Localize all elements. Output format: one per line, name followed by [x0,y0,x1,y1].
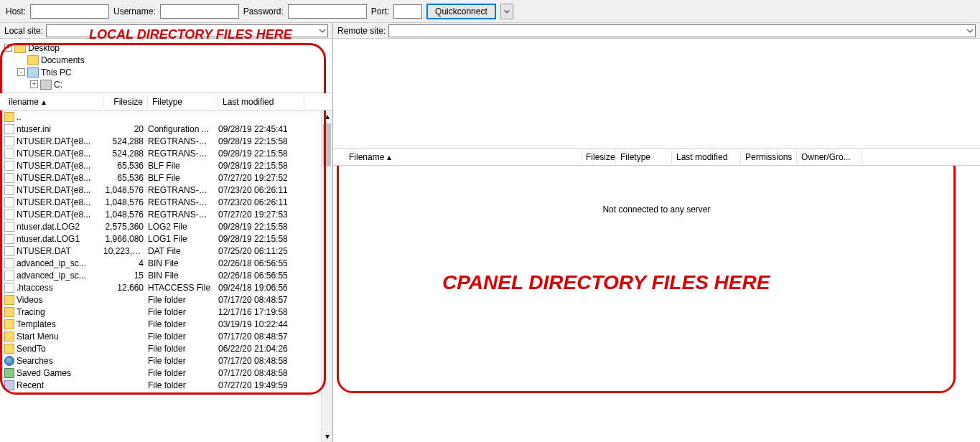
col-permissions[interactable]: Permissions [741,151,797,164]
file-row[interactable]: NTUSER.DAT{e8...524,288REGTRANS-MS...09/… [0,135,332,147]
folder-icon [4,319,14,329]
col-filename[interactable]: Filename▴ [345,151,582,164]
tree-expander[interactable]: - [4,44,12,52]
remote-columns-header[interactable]: Filename▴ Filesize Filetype Last modifie… [333,149,980,166]
col-filetype[interactable]: Filetype [148,95,218,108]
col-lastmod[interactable]: Last modified [672,151,741,164]
tree-item[interactable]: -Desktop [4,42,328,54]
file-type: File folder [148,319,218,329]
tree-item[interactable]: -This PC [4,66,328,78]
file-row[interactable]: advanced_ip_sc...15BIN File02/26/18 06:5… [0,269,332,281]
col-owner[interactable]: Owner/Gro... [797,151,862,164]
local-columns-header[interactable]: ilename▴ Filesize Filetype Last modified [0,93,332,110]
quickconnect-button[interactable]: Quickconnect [426,4,496,19]
file-row[interactable]: .. [0,110,332,123]
file-type: File folder [148,368,218,378]
scroll-thumb[interactable] [323,123,331,166]
username-label: Username: [113,6,156,17]
file-lastmod: 02/26/18 06:56:55 [218,258,304,268]
file-size: 1,048,576 [103,185,148,195]
file-row[interactable]: SendToFile folder06/22/20 21:04:26 [0,342,332,354]
file-row[interactable]: Start MenuFile folder07/17/20 08:48:57 [0,330,332,342]
file-size: 4 [103,258,148,268]
file-size: 2,575,360 [103,222,148,232]
file-name: .htaccess [17,283,53,293]
file-row[interactable]: SearchesFile folder07/17/20 08:48:58 [0,354,332,367]
password-label: Password: [243,6,284,17]
file-row[interactable]: NTUSER.DAT{e8...65,536BLF File07/27/20 1… [0,171,332,184]
file-icon [4,197,14,207]
username-input[interactable] [160,4,239,19]
folder-icon [27,55,39,65]
file-row[interactable]: NTUSER.DAT{e8...524,288REGTRANS-MS...09/… [0,147,332,159]
scroll-down-icon[interactable]: ▾ [322,431,332,442]
file-row[interactable]: ntuser.dat.LOG11,966,080LOG1 File09/28/1… [0,232,332,245]
file-type: REGTRANS-MS... [148,185,218,195]
file-row[interactable]: NTUSER.DAT{e8...65,536BLF File09/28/19 2… [0,159,332,171]
file-row[interactable]: TemplatesFile folder03/19/19 10:22:44 [0,318,332,330]
file-row[interactable]: TracingFile folder12/17/16 17:19:58 [0,306,332,318]
file-size: 65,536 [103,161,148,171]
file-lastmod: 09/28/19 22:15:58 [218,149,304,159]
password-input[interactable] [288,4,367,19]
file-name: ntuser.dat.LOG2 [17,222,80,232]
file-icon [4,271,14,281]
col-filesize[interactable]: Filesize [582,151,616,164]
file-lastmod: 07/17/20 08:48:58 [218,356,304,366]
file-icon [4,234,14,244]
file-icon [4,246,14,256]
col-filesize[interactable]: Filesize [103,95,148,108]
file-row[interactable]: NTUSER.DAT{e8...1,048,576REGTRANS-MS...0… [0,208,332,220]
port-input[interactable] [393,4,422,19]
file-row[interactable]: ntuser.ini20Configuration ...09/28/19 22… [0,123,332,135]
file-type: DAT File [148,246,218,256]
local-tree[interactable]: -DesktopDocuments-This PC+C: [0,39,332,93]
file-lastmod: 09/24/18 19:06:56 [218,283,304,293]
tree-expander[interactable]: - [17,68,25,76]
file-row[interactable]: .htaccess12,660HTACCESS File09/24/18 19:… [0,281,332,293]
file-name: Saved Games [17,368,71,378]
file-type: File folder [148,380,218,390]
file-size: 1,966,080 [103,234,148,244]
file-row[interactable]: NTUSER.DAT10,223,616DAT File07/25/20 06:… [0,245,332,257]
file-lastmod: 07/27/20 19:27:53 [218,210,304,220]
local-file-list[interactable]: ..ntuser.ini20Configuration ...09/28/19 … [0,110,332,442]
file-type: BLF File [148,173,218,183]
col-filename[interactable]: ilename▴ [4,95,103,108]
file-type: File folder [148,356,218,366]
local-site-combo[interactable] [46,24,328,37]
file-name: Searches [17,356,53,366]
file-row[interactable]: NTUSER.DAT{e8...1,048,576REGTRANS-MS...0… [0,184,332,196]
quickconnect-dropdown-button[interactable] [500,4,513,19]
file-row[interactable]: Saved GamesFile folder07/17/20 08:48:58 [0,367,332,379]
tree-item[interactable]: +C: [4,78,328,90]
host-input[interactable] [30,4,109,19]
col-filetype[interactable]: Filetype [616,151,672,164]
scrollbar[interactable]: ▴ ▾ [321,110,332,442]
file-row[interactable]: RecentFile folder07/27/20 19:49:59 [0,379,332,391]
sort-icon: ▴ [42,97,46,107]
file-row[interactable]: advanced_ip_sc...4BIN File02/26/18 06:56… [0,257,332,269]
scroll-up-icon[interactable]: ▴ [322,110,332,122]
file-lastmod: 07/25/20 06:11:25 [218,246,304,256]
file-row[interactable]: ntuser.dat.LOG22,575,360LOG2 File09/28/1… [0,220,332,232]
file-row[interactable]: NTUSER.DAT{e8...1,048,576REGTRANS-MS...0… [0,196,332,208]
file-type: LOG1 File [148,234,218,244]
file-icon [4,283,14,293]
remote-tree[interactable] [333,39,980,149]
folder-icon [4,295,14,305]
file-icon [4,222,14,232]
remote-file-list[interactable]: Not connected to any server [333,166,980,442]
col-lastmod[interactable]: Last modified [218,95,304,108]
tree-expander[interactable]: + [30,80,38,88]
file-name: NTUSER.DAT{e8... [17,210,90,220]
tree-label: Documents [41,55,85,65]
remote-site-combo[interactable] [388,24,976,37]
chevron-down-icon [319,27,326,34]
tree-item[interactable]: Documents [4,54,328,66]
disk-icon [40,80,52,90]
file-name: .. [17,112,22,122]
file-row[interactable]: VideosFile folder07/17/20 08:48:57 [0,293,332,306]
file-icon [4,136,14,146]
file-name: advanced_ip_sc... [17,271,86,281]
